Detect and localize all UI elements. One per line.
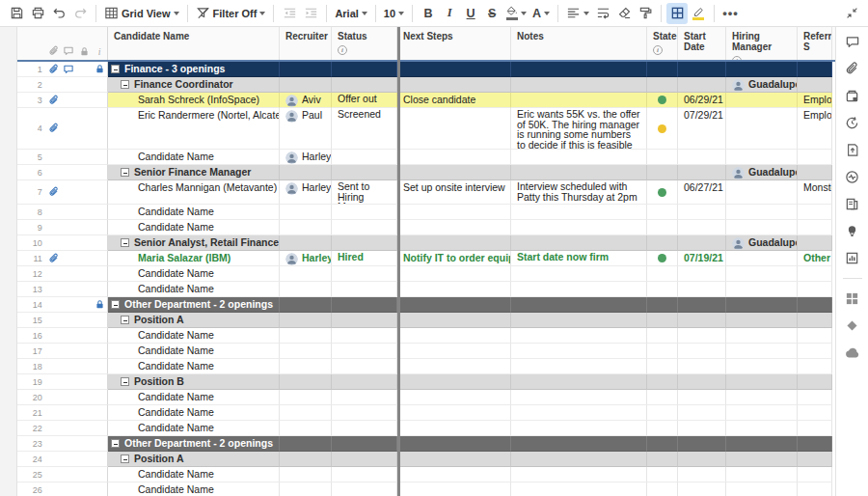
- undo-button[interactable]: [48, 3, 69, 24]
- cell-candidate[interactable]: Candidate Name: [108, 205, 280, 220]
- cell-referral[interactable]: Employ: [798, 108, 832, 150]
- cell-candidate[interactable]: Finance Coordinator: [108, 77, 280, 93]
- row-number[interactable]: 23: [17, 439, 46, 449]
- cell-candidate[interactable]: Candidate Name: [108, 328, 280, 344]
- cell-status[interactable]: [332, 436, 397, 452]
- cell-candidate[interactable]: Candidate Name: [108, 421, 280, 436]
- row-number[interactable]: 5: [17, 152, 46, 162]
- cell-start_date[interactable]: [678, 436, 726, 452]
- cell-candidate[interactable]: Position A: [108, 313, 280, 328]
- cell-status[interactable]: [332, 359, 397, 374]
- cell-notes[interactable]: [511, 374, 647, 390]
- cell-notes[interactable]: [511, 297, 647, 313]
- cell-start_date[interactable]: [678, 150, 726, 165]
- cell-notes[interactable]: [511, 421, 647, 436]
- cell-recruiter[interactable]: [280, 374, 332, 390]
- cell-referral[interactable]: [798, 297, 832, 313]
- cell-notes[interactable]: [511, 205, 647, 220]
- cell-referral[interactable]: [798, 235, 832, 251]
- cell-state[interactable]: [647, 108, 678, 150]
- cell-start_date[interactable]: [678, 390, 726, 405]
- cell-start_date[interactable]: [678, 297, 726, 313]
- cell-hiring_manager[interactable]: [726, 266, 798, 282]
- cell-next_steps[interactable]: [397, 108, 511, 150]
- cell-hiring_manager[interactable]: [726, 328, 798, 344]
- row-number[interactable]: 10: [17, 238, 46, 248]
- cell-referral[interactable]: [798, 467, 832, 482]
- wrap-text-button[interactable]: [592, 3, 613, 24]
- cell-recruiter[interactable]: [280, 165, 332, 180]
- cell-next_steps[interactable]: Set up onsite interview: [397, 180, 511, 205]
- row-number[interactable]: 24: [17, 455, 46, 464]
- column-header-referral[interactable]: Referral S: [798, 27, 832, 60]
- cell-recruiter[interactable]: Aviv: [280, 93, 332, 108]
- activity-log-icon[interactable]: [842, 170, 863, 184]
- cell-next_steps[interactable]: [397, 62, 511, 77]
- cell-status[interactable]: [332, 282, 397, 297]
- cell-notes[interactable]: [511, 266, 647, 282]
- cell-next_steps[interactable]: Notify IT to order equip.: [397, 251, 511, 266]
- lock-icon[interactable]: [92, 64, 107, 74]
- cell-referral[interactable]: [798, 77, 832, 93]
- cell-hiring_manager[interactable]: [726, 251, 798, 266]
- lock-column-icon[interactable]: [76, 46, 92, 57]
- attachment-icon[interactable]: [46, 95, 62, 106]
- cell-referral[interactable]: [798, 405, 832, 421]
- text-color-button[interactable]: A: [529, 3, 553, 24]
- cell-recruiter[interactable]: [280, 205, 332, 220]
- collapse-toggle[interactable]: [121, 316, 129, 324]
- row-number[interactable]: 25: [17, 470, 46, 480]
- cell-state[interactable]: [647, 328, 678, 344]
- cell-referral[interactable]: [798, 421, 832, 436]
- cell-notes[interactable]: Interview scheduled with Patty this Thur…: [511, 180, 647, 205]
- cell-start_date[interactable]: [678, 359, 726, 374]
- cell-state[interactable]: [647, 313, 678, 328]
- cell-candidate[interactable]: Candidate Name: [108, 467, 280, 482]
- cell-hiring_manager[interactable]: [726, 452, 798, 467]
- cell-state[interactable]: [647, 220, 678, 235]
- cell-recruiter[interactable]: [280, 390, 332, 405]
- column-header-state[interactable]: Statei: [647, 27, 678, 60]
- cell-notes[interactable]: [511, 482, 647, 496]
- collapse-toggle[interactable]: [121, 238, 129, 247]
- collapse-toggle[interactable]: [121, 377, 129, 386]
- cell-recruiter[interactable]: [280, 77, 332, 93]
- cell-status[interactable]: [332, 220, 397, 235]
- cell-recruiter[interactable]: [280, 220, 332, 235]
- cell-referral[interactable]: [798, 390, 832, 405]
- cell-status[interactable]: [332, 205, 397, 220]
- column-info-icon[interactable]: i: [338, 45, 347, 55]
- cell-referral[interactable]: [798, 374, 832, 390]
- cell-candidate[interactable]: Senior Analyst, Retail Finance: [108, 235, 280, 251]
- cell-recruiter[interactable]: [280, 421, 332, 436]
- save-button[interactable]: [6, 3, 27, 24]
- cell-next_steps[interactable]: [397, 452, 511, 467]
- cell-notes[interactable]: [511, 390, 647, 405]
- cell-state[interactable]: [647, 93, 678, 108]
- cell-next_steps[interactable]: [397, 467, 511, 482]
- cell-next_steps[interactable]: [397, 374, 511, 390]
- cell-notes[interactable]: [511, 328, 647, 344]
- collapse-toggle[interactable]: [111, 300, 120, 309]
- cell-status[interactable]: [332, 328, 397, 344]
- cell-referral[interactable]: [798, 452, 832, 467]
- cell-start_date[interactable]: [678, 421, 726, 436]
- charts-icon[interactable]: [842, 251, 863, 265]
- connectors-icon[interactable]: [842, 345, 863, 360]
- cell-referral[interactable]: [798, 266, 832, 282]
- cell-start_date[interactable]: [678, 328, 726, 344]
- cell-recruiter[interactable]: Harley: [280, 150, 332, 165]
- cell-hiring_manager[interactable]: [726, 93, 798, 108]
- cell-state[interactable]: [647, 251, 678, 266]
- cell-recruiter[interactable]: [280, 344, 332, 359]
- cell-start_date[interactable]: [678, 313, 726, 328]
- more-options-button[interactable]: •••: [719, 3, 742, 24]
- cell-candidate[interactable]: Candidate Name: [108, 482, 280, 496]
- column-header-next_steps[interactable]: Next Steps: [397, 27, 511, 60]
- lock-icon[interactable]: [92, 299, 107, 310]
- cell-start_date[interactable]: [678, 282, 726, 297]
- cell-status[interactable]: [332, 165, 397, 180]
- cell-hiring_manager[interactable]: [726, 467, 798, 482]
- cell-hiring_manager[interactable]: Guadalupe: [726, 235, 798, 251]
- cell-hiring_manager[interactable]: [726, 359, 798, 374]
